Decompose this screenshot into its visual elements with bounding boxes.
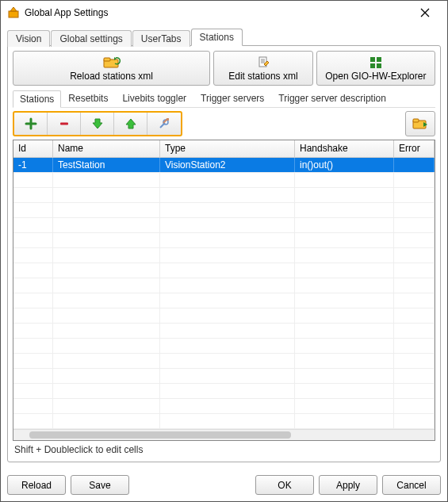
table-row[interactable] (13, 354, 435, 369)
move-down-button[interactable] (81, 113, 114, 135)
hint-text: Shift + Doubleclick to edit cells (13, 441, 435, 457)
open-explorer-label: Open GIO-HW-Explorer (325, 71, 426, 82)
save-button[interactable]: Save (71, 475, 129, 495)
tools-icon (158, 117, 170, 130)
top-buttons: Reload stations xml Edit stations xml (13, 51, 435, 86)
inner-tab-resetbits[interactable]: Resetbits (61, 90, 115, 107)
tab-vision[interactable]: Vision (7, 30, 50, 47)
scrollbar-thumb[interactable] (29, 431, 291, 439)
cell-name[interactable]: TestStation (53, 158, 160, 172)
cell-id[interactable]: -1 (13, 158, 53, 172)
titlebar: Global App Settings (1, 1, 447, 24)
table-row[interactable] (13, 233, 435, 248)
cell-handshake[interactable]: in()out() (295, 158, 394, 172)
col-type[interactable]: Type (160, 140, 295, 157)
table-row[interactable] (13, 263, 435, 278)
inner-tab-trigger-servers[interactable]: Trigger servers (193, 90, 271, 107)
folder-icon (412, 117, 428, 130)
remove-icon (58, 117, 71, 130)
table-row[interactable] (13, 384, 435, 399)
content: Vision Global settings UserTabs Stations (1, 24, 447, 469)
document-edit-icon (257, 56, 270, 70)
svg-marker-12 (126, 119, 136, 128)
reload-folder-icon (103, 56, 121, 70)
toolbar-row (13, 111, 435, 136)
table-row[interactable] (13, 293, 435, 308)
horizontal-scrollbar[interactable] (13, 429, 435, 440)
table-row[interactable]: -1 TestStation VisionStation2 in()out() (13, 158, 435, 173)
svg-rect-16 (413, 119, 419, 122)
col-name[interactable]: Name (53, 140, 160, 157)
app-icon (7, 6, 20, 19)
inner-tab-stations[interactable]: Stations (13, 90, 61, 108)
move-up-button[interactable] (114, 113, 147, 135)
tab-stations[interactable]: Stations (191, 29, 243, 46)
tab-global-settings[interactable]: Global settings (51, 30, 131, 47)
table-row[interactable] (13, 369, 435, 384)
grid-explorer-icon (370, 56, 382, 70)
table-row[interactable] (13, 188, 435, 203)
close-button[interactable] (409, 2, 441, 24)
svg-rect-8 (370, 63, 375, 68)
table-row[interactable] (13, 324, 435, 339)
grid-header: Id Name Type Handshake Error (13, 140, 435, 158)
table-row[interactable] (13, 339, 435, 354)
svg-rect-3 (104, 58, 110, 61)
table-row[interactable] (13, 173, 435, 188)
edit-stations-button[interactable]: Edit stations xml (213, 51, 313, 86)
table-row[interactable] (13, 414, 435, 429)
remove-button[interactable] (48, 113, 81, 135)
apply-button[interactable]: Apply (319, 475, 377, 495)
reload-stations-label: Reload stations xml (70, 71, 153, 82)
reload-stations-button[interactable]: Reload stations xml (13, 51, 210, 86)
window-title: Global App Settings (25, 7, 409, 18)
add-button[interactable] (14, 113, 48, 135)
table-row[interactable] (13, 218, 435, 233)
bottom-buttons: Reload Save OK Apply Cancel (1, 469, 447, 501)
stations-grid[interactable]: Id Name Type Handshake Error -1 TestStat… (13, 140, 435, 441)
cell-type[interactable]: VisionStation2 (160, 158, 295, 172)
toolbar (13, 111, 182, 136)
table-row[interactable] (13, 248, 435, 263)
table-row[interactable] (13, 399, 435, 414)
tab-usertabs[interactable]: UserTabs (132, 30, 190, 47)
edit-stations-label: Edit stations xml (228, 71, 297, 82)
svg-marker-11 (93, 119, 102, 128)
svg-rect-14 (167, 118, 169, 121)
table-row[interactable] (13, 278, 435, 293)
folder-button[interactable] (405, 111, 435, 136)
grid-body[interactable]: -1 TestStation VisionStation2 in()out() (13, 158, 435, 429)
table-row[interactable] (13, 308, 435, 324)
move-up-icon (124, 117, 137, 130)
open-explorer-button[interactable]: Open GIO-HW-Explorer (316, 51, 435, 86)
svg-marker-1 (10, 7, 17, 11)
svg-rect-10 (60, 123, 68, 125)
inner-tabstrip: Stations Resetbits Livebits toggler Trig… (13, 90, 435, 108)
col-handshake[interactable]: Handshake (295, 140, 394, 157)
inner-tab-trigger-desc[interactable]: Trigger server description (271, 90, 393, 107)
move-down-icon (91, 117, 104, 130)
stations-panel: Reload stations xml Edit stations xml (7, 45, 441, 462)
settings-window: Global App Settings Vision Global settin… (0, 0, 448, 502)
cell-error[interactable] (394, 158, 435, 172)
tools-button[interactable] (147, 113, 181, 135)
svg-rect-6 (370, 57, 375, 62)
svg-rect-9 (377, 63, 381, 68)
ok-button[interactable]: OK (255, 475, 314, 495)
add-icon (25, 117, 37, 130)
cancel-button[interactable]: Cancel (382, 475, 441, 495)
inner-tab-livebits[interactable]: Livebits toggler (115, 90, 193, 107)
outer-tabstrip: Vision Global settings UserTabs Stations (7, 29, 441, 46)
col-error[interactable]: Error (394, 140, 435, 157)
reload-button[interactable]: Reload (7, 475, 66, 495)
svg-rect-0 (9, 11, 18, 17)
table-row[interactable] (13, 203, 435, 218)
svg-rect-7 (377, 57, 381, 62)
col-id[interactable]: Id (13, 140, 53, 157)
